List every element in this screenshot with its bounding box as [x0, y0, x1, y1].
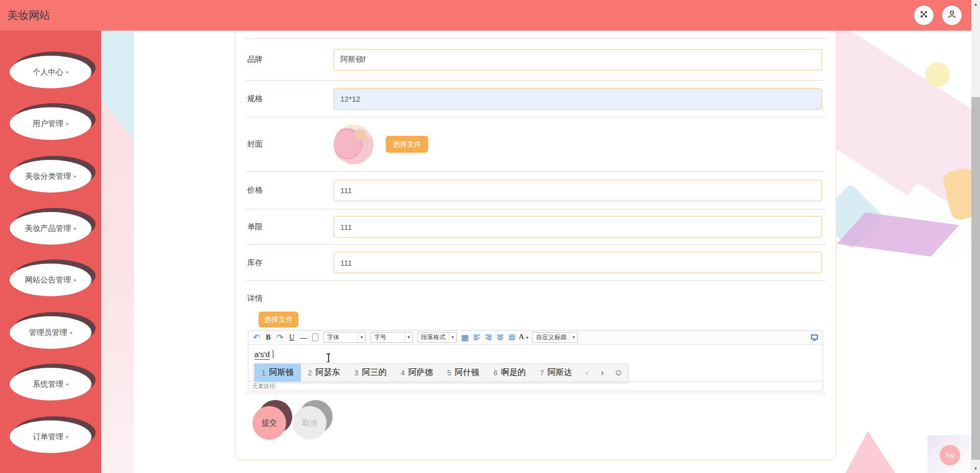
- caret-down-icon: ▾: [66, 69, 68, 75]
- candidate-text: 阿斯顿: [269, 367, 294, 378]
- cover-choose-file-button[interactable]: 选择文件: [386, 136, 428, 153]
- font-family-dropdown[interactable]: 字体 ▼: [323, 332, 366, 343]
- sidebar-item-order-management[interactable]: 订单管理▾: [10, 420, 91, 453]
- fullscreen-button[interactable]: [914, 6, 934, 25]
- ime-prev-page-icon[interactable]: ‹: [579, 364, 595, 382]
- user-icon: [947, 10, 956, 21]
- brand-input[interactable]: [334, 49, 822, 70]
- candidate-text: 阿什顿: [455, 367, 479, 378]
- candidate-number: 3: [355, 369, 359, 377]
- decorative-right-area: [836, 31, 971, 473]
- page-scrollbar[interactable]: ▲ ▼: [971, 0, 980, 473]
- ime-candidate-3[interactable]: 3 阿三的: [347, 364, 394, 382]
- text-caret: [273, 350, 273, 358]
- price-input[interactable]: [334, 180, 822, 201]
- caret-down-icon: ▾: [66, 121, 68, 127]
- redo-icon[interactable]: ↷: [275, 333, 285, 343]
- caret-down-icon: ▾: [69, 330, 72, 336]
- sidebar-item-product-management[interactable]: 美妆产品管理▾: [10, 212, 91, 245]
- stock-input[interactable]: [334, 252, 822, 273]
- detail-choose-file-button[interactable]: 选择文件: [259, 312, 298, 327]
- sidebar-item-system-management[interactable]: 系统管理▾: [10, 368, 91, 400]
- sidebar-item-admin-management[interactable]: 管理员管理▾: [10, 316, 91, 349]
- dropdown-arrow-icon: ▼: [449, 333, 456, 342]
- sidebar-item-label: 网站公告管理: [25, 275, 71, 285]
- dropdown-arrow-icon: ▼: [570, 333, 577, 342]
- cursor-part: [326, 362, 330, 363]
- candidate-text: 啊是的: [501, 367, 526, 378]
- candidate-text: 阿萨德: [408, 367, 433, 378]
- ime-candidate-6[interactable]: 6 啊是的: [486, 364, 533, 382]
- ime-candidate-1[interactable]: 1 阿斯顿: [254, 364, 301, 382]
- align-right-icon[interactable]: [483, 333, 494, 343]
- undo-icon[interactable]: ↶: [251, 333, 262, 343]
- ime-emoji-icon[interactable]: ☺: [610, 364, 627, 382]
- form-row-unit-limit: 单限: [246, 209, 826, 245]
- stock-label: 库存: [246, 258, 334, 268]
- sidebar-item-announcement-management[interactable]: 网站公告管理▾: [10, 264, 91, 296]
- form-row-stock: 库存: [246, 245, 826, 281]
- cancel-button[interactable]: 取消: [293, 406, 326, 440]
- candidate-number: 1: [262, 369, 266, 377]
- back-to-top-button[interactable]: Top: [940, 445, 960, 465]
- sidebar-item-label: 个人中心: [33, 67, 63, 77]
- ime-candidate-7[interactable]: 7 阿斯达: [533, 364, 579, 382]
- decorative-left-strip: [101, 31, 134, 473]
- sidebar-item-user-management[interactable]: 用户管理▾: [10, 107, 91, 140]
- sidebar-item-label: 系统管理: [33, 380, 63, 389]
- sidebar-item-personal-center[interactable]: 个人中心▾: [10, 56, 91, 88]
- sidebar-item-category-management[interactable]: 美妆分类管理▾: [10, 160, 91, 193]
- font-color-button[interactable]: A ▼: [519, 333, 529, 343]
- caret-down-icon: ▾: [74, 277, 76, 283]
- candidate-text: 阿瑟东: [316, 367, 340, 378]
- paragraph-format-dropdown[interactable]: 段落格式 ▼: [417, 332, 457, 343]
- font-color-letter: A: [519, 333, 524, 341]
- ime-next-page-icon[interactable]: ›: [595, 364, 610, 382]
- sidebar-item-label: 美妆产品管理: [25, 224, 71, 233]
- app-header: 美妆网站: [0, 0, 971, 31]
- sidebar-item-label: 用户管理: [33, 119, 63, 129]
- caret-down-icon: ▾: [66, 434, 68, 440]
- candidate-number: 7: [540, 369, 544, 377]
- align-center-icon[interactable]: [495, 333, 505, 343]
- ime-candidate-5[interactable]: 5 阿什顿: [440, 364, 486, 382]
- user-profile-button[interactable]: [942, 6, 962, 25]
- ime-candidate-4[interactable]: 4 阿萨德: [393, 364, 440, 382]
- decorative-shape: [925, 62, 950, 87]
- spec-label: 规格: [246, 94, 334, 104]
- underline-button[interactable]: U: [287, 333, 297, 343]
- decorative-shape: [101, 31, 134, 140]
- unit-limit-label: 单限: [246, 222, 334, 232]
- scroll-up-icon[interactable]: ▲: [971, 0, 980, 9]
- custom-title-dropdown[interactable]: 自定义标题 ▼: [532, 332, 578, 343]
- sidebar-item-label: 美妆分类管理: [25, 172, 71, 181]
- spec-input[interactable]: [334, 88, 822, 110]
- ime-candidate-2[interactable]: 2 阿瑟东: [301, 364, 347, 382]
- sidebar-item-label: 订单管理: [33, 432, 63, 442]
- caret-down-icon: ▾: [66, 382, 68, 387]
- unit-limit-input[interactable]: [334, 216, 822, 238]
- submit-button[interactable]: 提交: [252, 406, 286, 440]
- mouse-text-cursor: [326, 353, 331, 362]
- fullscreen-editor-icon[interactable]: [809, 333, 820, 343]
- align-left-icon[interactable]: [472, 333, 482, 343]
- cover-image-preview: [334, 125, 374, 164]
- font-family-value: 字体: [324, 333, 358, 342]
- new-page-button[interactable]: [310, 333, 320, 343]
- brand-label: 品牌: [246, 55, 334, 64]
- cursor-part: [328, 354, 329, 362]
- insert-table-icon[interactable]: ▦: [460, 333, 470, 343]
- horizontal-rule-button[interactable]: —: [298, 333, 309, 343]
- fullscreen-icon: [920, 10, 928, 20]
- caret-down-icon: ▼: [525, 336, 529, 340]
- bold-button[interactable]: B: [263, 333, 273, 343]
- scroll-down-icon[interactable]: ▼: [971, 464, 980, 473]
- decorative-shape: [836, 431, 898, 473]
- scrollbar-thumb[interactable]: [971, 97, 980, 460]
- dropdown-arrow-icon: ▼: [405, 333, 412, 342]
- sidebar: 个人中心▾ 用户管理▾ 美妆分类管理▾ 美妆产品管理▾ 网站公告管理▾ 管理员管…: [0, 31, 101, 473]
- candidate-number: 5: [447, 369, 451, 377]
- header-actions: [914, 6, 962, 25]
- font-size-dropdown[interactable]: 字号 ▼: [370, 332, 413, 343]
- align-justify-icon[interactable]: [507, 333, 517, 343]
